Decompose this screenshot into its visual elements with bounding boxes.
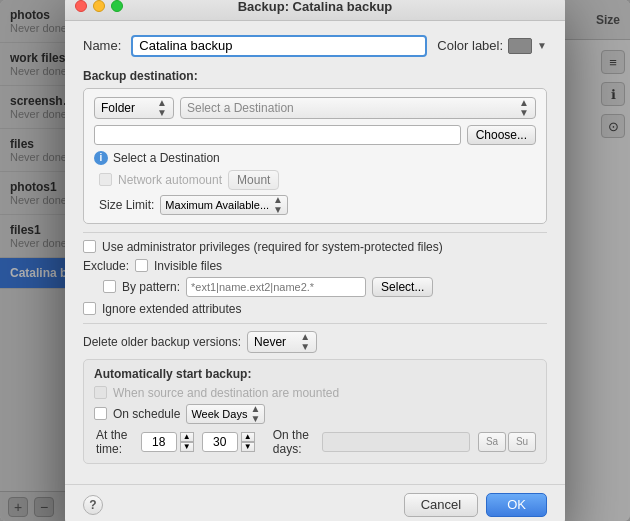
info-row: i Select a Destination [94,151,536,165]
dialog-body: Name: Color label: ▼ Backup destination:… [65,21,565,484]
invisible-files-label: Invisible files [154,259,222,273]
network-automount-checkbox [99,173,112,186]
exclude-main-row: Exclude: Invisible files [83,259,547,273]
size-limit-row: Size Limit: Maximum Available... ▲▼ [94,195,536,215]
by-pattern-checkbox[interactable] [103,280,116,293]
path-input[interactable] [94,125,461,145]
maximize-button[interactable] [111,0,123,12]
size-limit-value: Maximum Available... [165,199,269,211]
path-row: Choose... [94,125,536,145]
admin-privileges-label: Use administrator privileges (required f… [102,240,443,254]
dest-row1: Folder ▲▼ Select a Destination ▲▼ [94,97,536,119]
on-schedule-label: On schedule [113,407,180,421]
destination-label: Select a Destination [187,101,294,115]
exclude-pattern-row: By pattern: Select... [83,277,547,297]
when-mounted-label: When source and destination are mounted [113,386,339,400]
network-automount-label: Network automount [118,173,222,187]
choose-button[interactable]: Choose... [467,125,536,145]
auto-start-title: Automatically start backup: [94,367,536,381]
ignore-extended-row: Ignore extended attributes [83,302,547,316]
minute-down-button[interactable]: ▼ [241,442,255,452]
pattern-input[interactable] [186,277,366,297]
schedule-value: Week Days [191,408,247,420]
backup-destination-label: Backup destination: [83,69,547,83]
hour-input[interactable] [141,432,177,452]
schedule-arrows: ▲▼ [250,404,260,424]
size-limit-label: Size Limit: [99,198,154,212]
color-label-section: Color label: ▼ [437,38,547,54]
divider-1 [83,232,547,233]
dialog-title: Backup: Catalina backup [238,0,393,14]
on-days-label: On the days: [273,428,314,456]
admin-privileges-checkbox[interactable] [83,240,96,253]
days-selector: Sa Su [478,432,536,452]
at-time-row: At the time: ▲ ▼ ▲ ▼ [94,428,536,456]
when-mounted-row: When source and destination are mounted [94,386,536,400]
color-dropdown-arrow: ▼ [537,40,547,51]
help-button[interactable]: ? [83,495,103,515]
name-input[interactable] [131,35,427,57]
exclude-label: Exclude: [83,259,129,273]
by-pattern-label: By pattern: [122,280,180,294]
minimize-button[interactable] [93,0,105,12]
day-su-button[interactable]: Su [508,432,536,452]
folder-type-arrows: ▲▼ [157,98,167,118]
hour-up-button[interactable]: ▲ [180,432,194,442]
ok-button[interactable]: OK [486,493,547,517]
delete-older-arrows: ▲▼ [300,332,310,352]
folder-type-label: Folder [101,101,135,115]
dialog-overlay: Backup: Catalina backup Name: Color labe… [0,0,630,521]
destination-area: Folder ▲▼ Select a Destination ▲▼ [83,88,547,224]
dialog: Backup: Catalina backup Name: Color labe… [65,0,565,521]
day-sa-button[interactable]: Sa [478,432,506,452]
auto-start-section: Automatically start backup: When source … [83,359,547,464]
footer-buttons: Cancel OK [404,493,547,517]
minute-stepper: ▲ ▼ [241,432,255,452]
hour-down-button[interactable]: ▼ [180,442,194,452]
size-limit-arrows: ▲▼ [273,195,283,215]
dialog-titlebar: Backup: Catalina backup [65,0,565,21]
delete-older-row: Delete older backup versions: Never ▲▼ [83,331,547,353]
on-schedule-row: On schedule Week Days ▲▼ [94,404,536,424]
folder-type-select[interactable]: Folder ▲▼ [94,97,174,119]
hour-stepper: ▲ ▼ [180,432,194,452]
info-icon: i [94,151,108,165]
destination-arrows: ▲▼ [519,98,529,118]
exclude-section: Exclude: Invisible files By pattern: Sel… [83,259,547,297]
schedule-select[interactable]: Week Days ▲▼ [186,404,265,424]
delete-older-label: Delete older backup versions: [83,335,241,349]
hour-group: ▲ ▼ [141,432,194,452]
ignore-extended-label: Ignore extended attributes [102,302,241,316]
color-swatch[interactable] [508,38,532,54]
days-input [322,432,470,452]
delete-older-select[interactable]: Never ▲▼ [247,331,317,353]
size-limit-select[interactable]: Maximum Available... ▲▼ [160,195,288,215]
admin-privileges-row: Use administrator privileges (required f… [83,240,547,254]
invisible-files-checkbox[interactable] [135,259,148,272]
on-schedule-checkbox[interactable] [94,407,107,420]
at-time-label: At the time: [96,428,133,456]
minute-input[interactable] [202,432,238,452]
when-mounted-checkbox [94,386,107,399]
close-button[interactable] [75,0,87,12]
minute-group: ▲ ▼ [202,432,255,452]
dialog-footer: ? Cancel OK [65,484,565,522]
minute-up-button[interactable]: ▲ [241,432,255,442]
divider-2 [83,323,547,324]
info-message: Select a Destination [113,151,220,165]
mount-button: Mount [228,170,279,190]
network-automount-row: Network automount Mount [94,170,536,190]
ignore-extended-checkbox[interactable] [83,302,96,315]
name-label: Name: [83,38,121,53]
traffic-lights [75,0,123,12]
destination-select[interactable]: Select a Destination ▲▼ [180,97,536,119]
name-row: Name: Color label: ▼ [83,35,547,57]
color-label-text: Color label: [437,38,503,53]
cancel-button[interactable]: Cancel [404,493,478,517]
select-pattern-button[interactable]: Select... [372,277,433,297]
delete-older-value: Never [254,335,286,349]
